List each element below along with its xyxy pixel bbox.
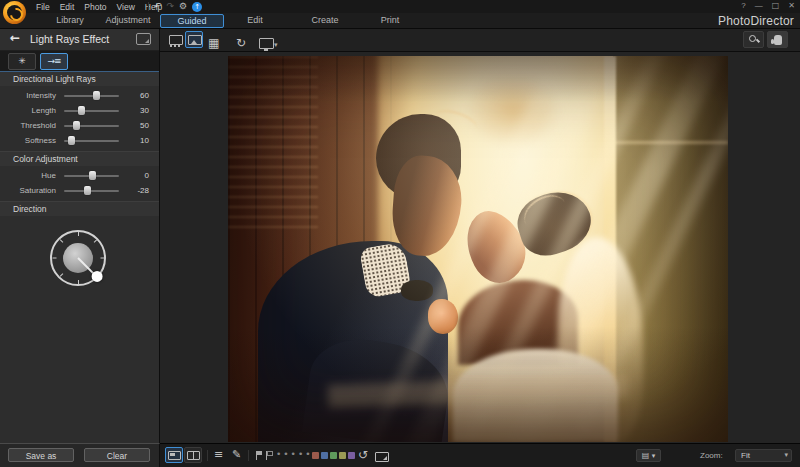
export-preset-icon[interactable] bbox=[136, 33, 151, 45]
slider-thumb[interactable] bbox=[93, 91, 100, 100]
slider-track[interactable] bbox=[64, 95, 119, 97]
thumbnail-menu-button[interactable]: ▤ ▾ bbox=[636, 449, 661, 462]
filmstrip-view-icon bbox=[169, 35, 183, 45]
redo-icon[interactable]: ↷ bbox=[167, 1, 175, 12]
effect-panel: ← Light Rays Effect ✳ →≡ Directional Lig… bbox=[0, 28, 160, 443]
upgrade-icon[interactable]: ↑ bbox=[192, 2, 202, 12]
minimize-button[interactable]: — bbox=[755, 1, 763, 11]
color-label-swatch[interactable] bbox=[330, 452, 337, 459]
menu-edit[interactable]: Edit bbox=[60, 2, 75, 12]
maximize-button[interactable]: □ bbox=[772, 1, 780, 11]
flag-pick-icon[interactable] bbox=[256, 451, 264, 460]
bottom-bar: Save as Clear ≡ ✎ ••••• ↺ ▤ ▾ Zoom: Fit … bbox=[0, 443, 800, 467]
dial-tick bbox=[59, 273, 63, 277]
menu-view[interactable]: View bbox=[117, 2, 135, 12]
photodirector-window: File Edit Photo View Help ↶ ↷ ⚙ ↑ ? — □ … bbox=[0, 0, 800, 467]
slider-thumb[interactable] bbox=[68, 136, 75, 145]
dial-tick bbox=[59, 239, 63, 243]
undo-icon[interactable]: ↶ bbox=[154, 1, 162, 12]
zoom-label: Zoom: bbox=[700, 444, 723, 467]
clear-button[interactable]: Clear bbox=[84, 448, 150, 462]
slider-track[interactable] bbox=[64, 190, 119, 192]
hand-icon bbox=[774, 35, 782, 45]
photodirector-logo bbox=[3, 1, 26, 24]
zoom-tool-button[interactable] bbox=[743, 31, 764, 48]
canvas-column: ▦ ↻ ▾ bbox=[160, 28, 800, 443]
effect-type-tabs: ✳ →≡ bbox=[0, 51, 159, 72]
slider-track[interactable] bbox=[64, 175, 119, 177]
radial-light-tab[interactable]: ✳ bbox=[8, 53, 36, 70]
split-view-icon bbox=[187, 451, 200, 460]
tab-guided[interactable]: Guided bbox=[160, 14, 224, 28]
dial-tick bbox=[52, 258, 56, 259]
slider-label: Intensity bbox=[10, 91, 56, 100]
grid-view-button[interactable]: ▦ bbox=[204, 31, 222, 48]
color-label-swatch[interactable] bbox=[312, 452, 319, 459]
color-label-swatch[interactable] bbox=[348, 452, 355, 459]
slider-thumb[interactable] bbox=[84, 186, 91, 195]
slider-length: Length 30 bbox=[0, 103, 159, 118]
slider-track[interactable] bbox=[64, 140, 119, 142]
menu-photo[interactable]: Photo bbox=[84, 2, 106, 12]
help-button[interactable]: ? bbox=[741, 1, 745, 11]
slider-value: 0 bbox=[127, 171, 149, 180]
dial-tick bbox=[78, 280, 79, 284]
divider bbox=[207, 450, 208, 461]
panel-title: Light Rays Effect bbox=[30, 28, 109, 50]
rotate-left-icon[interactable]: ↺ bbox=[358, 448, 368, 462]
slider-value: -28 bbox=[127, 186, 149, 195]
menu-file[interactable]: File bbox=[36, 2, 50, 12]
slider-thumb[interactable] bbox=[78, 106, 85, 115]
color-label-swatch[interactable] bbox=[321, 452, 328, 459]
tab-print[interactable]: Print bbox=[372, 13, 408, 28]
compare-view-button[interactable] bbox=[184, 447, 202, 463]
module-tabbar: Library Adjustment Guided Edit Create Pr… bbox=[0, 13, 800, 29]
dual-monitor-button[interactable]: ▾ bbox=[256, 31, 280, 48]
slider-track[interactable] bbox=[64, 110, 119, 112]
history-icon[interactable]: ≡ bbox=[214, 448, 223, 462]
tab-library[interactable]: Library bbox=[45, 13, 95, 28]
close-button[interactable]: ✕ bbox=[788, 1, 795, 11]
viewer-view-button[interactable] bbox=[185, 31, 203, 48]
window-controls: ? — □ ✕ bbox=[741, 0, 795, 12]
slider-thumb[interactable] bbox=[89, 171, 96, 180]
hand-tool-button[interactable] bbox=[767, 31, 788, 48]
monitor-icon bbox=[259, 38, 274, 49]
tab-edit[interactable]: Edit bbox=[238, 13, 272, 28]
color-label-swatches bbox=[312, 452, 355, 459]
direction-knob[interactable] bbox=[89, 269, 105, 285]
divider bbox=[248, 450, 249, 461]
single-view-button[interactable] bbox=[165, 447, 183, 463]
crop-canvas-icon[interactable] bbox=[375, 452, 389, 462]
wedding-photo[interactable] bbox=[228, 56, 728, 442]
chevron-down-icon: ▾ bbox=[784, 450, 788, 461]
tab-adjustment[interactable]: Adjustment bbox=[100, 13, 156, 28]
direction-dial[interactable] bbox=[50, 230, 106, 286]
direction-control bbox=[0, 216, 159, 316]
rotate-button[interactable]: ↻ bbox=[232, 31, 250, 48]
save-as-button[interactable]: Save as bbox=[8, 448, 74, 462]
chevron-down-icon: ▾ bbox=[274, 41, 278, 49]
slider-track[interactable] bbox=[64, 125, 119, 127]
slider-hue: Hue 0 bbox=[0, 168, 159, 183]
grid-view-icon: ▦ bbox=[208, 35, 219, 52]
single-image-view-icon bbox=[188, 35, 202, 45]
browser-view-button[interactable] bbox=[166, 31, 184, 48]
zoom-dropdown[interactable]: Fit ▾ bbox=[735, 449, 792, 462]
directional-sliders: Intensity 60 Length 30 Threshold 50 Soft… bbox=[0, 86, 159, 151]
tab-create[interactable]: Create bbox=[304, 13, 346, 28]
menubar: File Edit Photo View Help bbox=[36, 0, 162, 13]
slider-threshold: Threshold 50 bbox=[0, 118, 159, 133]
back-arrow-icon[interactable]: ← bbox=[6, 31, 24, 46]
color-label-swatch[interactable] bbox=[339, 452, 346, 459]
flag-reject-icon[interactable] bbox=[266, 451, 274, 460]
section-direction-title: Direction bbox=[0, 201, 159, 216]
rating-dots[interactable]: ••••• bbox=[276, 449, 313, 459]
slider-thumb[interactable] bbox=[73, 121, 80, 130]
settings-gear-icon[interactable]: ⚙ bbox=[179, 1, 187, 12]
panel-header: ← Light Rays Effect bbox=[0, 28, 159, 51]
directional-light-tab[interactable]: →≡ bbox=[40, 53, 68, 70]
dial-tick bbox=[78, 232, 79, 236]
adjustment-pen-icon[interactable]: ✎ bbox=[232, 448, 241, 462]
magnifier-icon bbox=[749, 35, 756, 42]
